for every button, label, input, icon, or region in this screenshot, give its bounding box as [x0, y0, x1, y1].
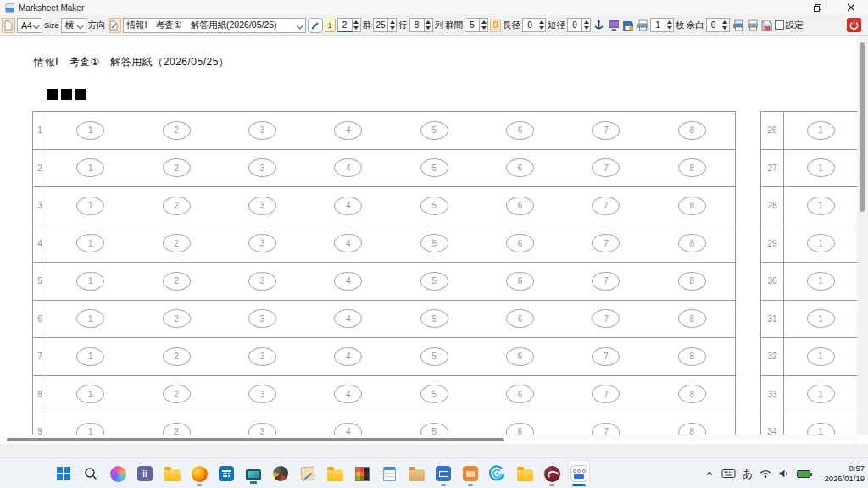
print-button[interactable]: [732, 18, 744, 32]
documents-folder-icon[interactable]: [405, 460, 427, 487]
file-explorer-icon[interactable]: [161, 460, 183, 487]
mark-bubble: 8: [678, 385, 706, 403]
group-gap-spinner[interactable]: 5: [465, 18, 488, 32]
printer-blue-icon: [732, 19, 743, 31]
vertical-scroll-thumb[interactable]: [860, 42, 865, 212]
major-axis-spinner[interactable]: 0: [522, 18, 546, 32]
system-tray: あ 0:57 2026/01/19: [704, 458, 865, 488]
teams-icon[interactable]: ii: [134, 460, 156, 487]
paint-brushes-icon[interactable]: [270, 460, 292, 487]
marksheet-maker-icon: [569, 463, 589, 484]
close-button[interactable]: [834, 0, 868, 15]
answer-row: 812345678: [33, 376, 735, 414]
row-number: 6: [33, 301, 47, 338]
mark-bubble: 3: [248, 234, 276, 252]
answer-row: 301: [761, 263, 857, 301]
save-settings-button[interactable]: [621, 18, 634, 32]
sheet-preview: 情報Ⅰ 考査① 解答用紙（2026/05/25） 112345678212345…: [0, 36, 857, 435]
maximize-button[interactable]: [800, 0, 834, 15]
copilot-icon: [108, 463, 128, 484]
spinner-arrows[interactable]: [582, 18, 591, 32]
edit-title-button[interactable]: [108, 18, 121, 33]
print-setup-button[interactable]: [636, 18, 648, 32]
remote-desktop-icon[interactable]: [242, 460, 264, 487]
spinner-arrows[interactable]: [388, 18, 397, 32]
spinner-arrows[interactable]: [480, 18, 488, 32]
start-button[interactable]: [53, 460, 75, 487]
mark-bubble: 5: [420, 272, 448, 291]
rows-spinner[interactable]: 25: [373, 18, 397, 32]
search-icon[interactable]: [80, 460, 102, 487]
mark-bubble: 1: [807, 347, 835, 366]
dark-red-app-icon[interactable]: [541, 460, 563, 487]
new-document-button[interactable]: [2, 18, 15, 33]
downloads-folder-icon[interactable]: [514, 460, 536, 487]
mark-bubble: 1: [807, 197, 835, 215]
audio-wave-icon[interactable]: [487, 460, 509, 487]
mark-bubble: 6: [506, 423, 534, 435]
row-number: 27: [761, 150, 784, 187]
blue-app-icon[interactable]: [432, 460, 454, 487]
row-number: 30: [761, 263, 784, 300]
app-icon: [5, 3, 14, 13]
downloads-folder-icon: [515, 463, 535, 484]
mark-bubble: 6: [506, 272, 534, 291]
firefox-icon[interactable]: [188, 460, 210, 487]
exit-button[interactable]: [847, 18, 861, 32]
spinner-arrows[interactable]: [425, 18, 433, 32]
tray-clock[interactable]: 0:57 2026/01/19: [817, 463, 865, 484]
spinner-arrows[interactable]: [537, 18, 546, 32]
cols-label: 列: [435, 19, 444, 31]
sticky-note-icon[interactable]: [297, 460, 319, 487]
pen-button[interactable]: [308, 18, 323, 33]
margin-spinner[interactable]: 0: [706, 18, 730, 32]
answer-row: 512345678: [33, 263, 735, 301]
notepad-icon[interactable]: [378, 460, 400, 487]
numbering-button[interactable]: 1: [325, 19, 336, 32]
folder-icon[interactable]: [324, 460, 346, 487]
calculator-icon[interactable]: [215, 460, 237, 487]
cols-spinner[interactable]: 8: [409, 18, 433, 32]
touch-keyboard-icon[interactable]: [721, 469, 736, 479]
paper-size-select[interactable]: A4: [17, 18, 42, 33]
minimize-button[interactable]: [766, 0, 800, 15]
spinner-arrows[interactable]: [353, 18, 361, 32]
mark-bubble: 1: [807, 385, 835, 403]
tray-chevron-up-icon[interactable]: [704, 469, 715, 479]
speaker-icon[interactable]: [778, 469, 790, 479]
spinner-arrows[interactable]: [721, 18, 730, 32]
horizontal-scrollbar[interactable]: [0, 435, 857, 444]
orange-app-icon[interactable]: [459, 460, 481, 487]
ime-indicator[interactable]: あ: [743, 467, 753, 481]
settings-label: 設定: [786, 19, 804, 31]
documents-folder-icon: [406, 463, 426, 484]
notepad-icon: [379, 463, 399, 484]
pixel-game-icon[interactable]: [351, 460, 373, 487]
minor-axis-spinner[interactable]: 0: [567, 18, 591, 32]
paper-size-label: Size: [44, 21, 59, 30]
mark-bubble: 5: [420, 158, 448, 177]
preview-button[interactable]: [607, 18, 620, 32]
running-indicator: [441, 484, 446, 486]
copilot-icon[interactable]: [107, 460, 129, 487]
row-number: 7: [33, 338, 47, 375]
file-explorer-icon: [162, 463, 182, 484]
save-button[interactable]: [760, 18, 773, 32]
sheet-title-select[interactable]: 情報Ⅰ 考査① 解答用紙(2026/05/25): [123, 18, 306, 33]
horizontal-scroll-thumb[interactable]: [7, 438, 504, 441]
ink-button[interactable]: [593, 18, 605, 32]
vertical-scrollbar[interactable]: [857, 36, 868, 435]
print-all-button[interactable]: [746, 18, 759, 32]
mark-bubble: 5: [420, 309, 448, 328]
running-indicator: [572, 484, 586, 486]
orientation-select[interactable]: 横: [61, 18, 86, 33]
groups-spinner[interactable]: 2: [337, 18, 361, 32]
battery-icon[interactable]: [797, 470, 810, 478]
offset-field[interactable]: 0: [490, 19, 501, 32]
wifi-icon[interactable]: [760, 469, 771, 479]
remote-desktop-icon: [243, 463, 264, 484]
copies-spinner[interactable]: 1: [650, 18, 674, 32]
marksheet-maker-icon[interactable]: [568, 460, 590, 487]
settings-checkbox[interactable]: [775, 20, 784, 30]
spinner-arrows[interactable]: [665, 18, 674, 32]
